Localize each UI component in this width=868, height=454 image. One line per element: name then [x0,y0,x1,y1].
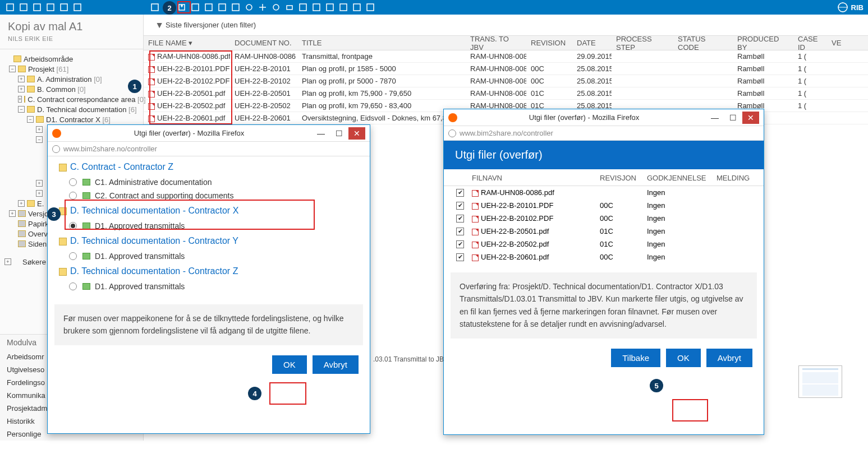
table-row[interactable]: UEH-22-B-20101.PDFUEH-22-B-20101Plan og … [144,63,868,75]
cancel-button[interactable]: Avbryt [706,349,752,367]
expand-icon[interactable]: ▶ [156,22,164,27]
toolbar-publish-icon[interactable] [176,2,187,13]
svg-rect-5 [74,4,81,11]
toolbar-icon[interactable] [311,2,322,13]
toolbar-icon[interactable] [351,2,362,13]
col-processstep[interactable]: PROCESS STEP [612,35,673,52]
toolbar-mid-icons [149,2,376,13]
brand-text: RIB [851,3,864,12]
folder-option[interactable]: C2. Contract and supporting documents [57,189,361,202]
toolbar-icon[interactable] [270,2,282,13]
svg-point-13 [273,4,279,10]
document-thumbnail[interactable] [798,365,842,398]
file-row[interactable]: ✔UEH-22-B-20501.pdf01CIngen [444,225,764,238]
ok-button[interactable]: OK [272,355,307,374]
col-trans[interactable]: TRANS. TO JBV [466,35,526,52]
col-title[interactable]: TITLE [297,39,466,47]
minimize-button[interactable]: — [313,127,329,140]
tree-node[interactable]: −D1. Contractor X [6] [2,114,141,124]
folder-option[interactable]: D1. Approved transmittals [57,280,361,293]
step-badge-3: 3 [47,207,61,221]
close-button[interactable]: ✕ [742,112,759,124]
tree-node[interactable]: −D. Technical documentation [6] [2,104,141,114]
toolbar-icon[interactable] [190,2,201,13]
toolbar-icon[interactable] [257,2,268,13]
file-row[interactable]: ✔UEH-22-B-20101.PDF00CIngen [444,199,764,212]
tree-node[interactable]: +A. Administration [0] [2,74,141,84]
modal-title: Utgi filer (overfør) - Mozilla Firefox [66,129,313,137]
firefox-icon [52,129,61,138]
svg-rect-20 [367,4,374,11]
file-row[interactable]: ✔UEH-22-B-20502.pdf01CIngen [444,238,764,251]
toolbar-icon[interactable] [18,2,29,13]
modal-title: Utgi filer (overfør) - Mozilla Firefox [462,113,706,122]
svg-point-12 [246,4,252,10]
toolbar-icon[interactable] [297,2,309,13]
toolbar-icon[interactable] [217,2,228,13]
step-badge-1: 1 [128,80,141,93]
folder-group[interactable]: D. Technical documentation - Contractor … [57,233,361,249]
col-statuscode[interactable]: STATUS CODE [673,35,733,52]
col-filename[interactable]: FILE NAME ▾ [144,39,230,47]
url-text: www.bim2share.no/controller [63,145,157,153]
col-revision[interactable]: REVISION [526,39,572,47]
toolbar-icon[interactable] [365,2,376,13]
ok-button[interactable]: OK [666,349,701,367]
toolbar-icon[interactable] [58,2,70,13]
col-date[interactable]: DATE [572,39,612,47]
maximize-button[interactable]: ☐ [330,127,347,140]
svg-rect-15 [300,4,306,11]
svg-rect-6 [151,4,158,11]
svg-rect-17 [327,4,333,11]
brand-logo: RIB [838,2,864,12]
toolbar-icon[interactable] [244,2,255,13]
tree-root[interactable]: Arbeidsområde [2,54,141,64]
col-caseid[interactable]: CASE ID [793,35,827,52]
tree-node[interactable]: +B. Common [0] [2,84,141,94]
toolbar-icon[interactable] [72,2,83,13]
globe-icon [52,145,60,153]
col-docno[interactable]: DOCUMENT NO. [230,39,297,47]
maximize-button[interactable]: ☐ [724,112,741,124]
toolbar-icon[interactable] [284,2,295,13]
m2-col-message: MELDING [713,174,752,182]
cancel-button[interactable]: Avbryt [313,355,359,374]
back-button[interactable]: Tilbake [611,349,660,367]
modal-header: Utgi filer (overfør) [444,141,764,169]
close-button[interactable]: ✕ [348,127,365,140]
folder-option[interactable]: C1. Administrative documentation [57,175,361,189]
table-row[interactable]: RAM-UHN08-0086.pdfRAM-UHN08-0086Transmit… [144,50,868,63]
tree-node[interactable]: −Prosjekt [61] [2,64,141,74]
file-row[interactable]: ✔UEH-22-B-20102.PDF00CIngen [444,212,764,225]
toolbar-icon[interactable] [203,2,214,13]
svg-rect-4 [61,4,67,11]
folder-group[interactable]: C. Contract - Contractor Z [57,159,361,175]
col-producedby[interactable]: PRODUCED BY [733,35,793,52]
folder-option[interactable]: D1. Approved transmittals [57,219,361,233]
content-title: Siste filversjoner (uten filter) [166,21,256,29]
m2-col-filename: FILNAVN [469,174,596,182]
svg-rect-0 [7,4,13,11]
toolbar-icon[interactable] [4,2,16,13]
toolbar-icon[interactable] [324,2,336,13]
file-row[interactable]: ✔RAM-UHN08-0086.pdfIngen [444,186,764,199]
tree-node[interactable]: +C. Contract correspondance area [0] [2,94,141,104]
toolbar-icon[interactable] [230,2,241,13]
svg-rect-1 [20,4,27,11]
file-row[interactable]: ✔UEH-22-B-20601.pdf00CIngen [444,251,764,263]
firefox-icon [448,113,457,122]
folder-option[interactable]: D1. Approved transmittals [57,249,361,263]
toolbar-icon[interactable] [338,2,349,13]
folder-group[interactable]: D. Technical documentation - Contractor … [57,263,361,280]
table-row[interactable]: UEH-22-B-20501.pdfUEH-22-B-20501Plan og … [144,87,868,100]
col-ve[interactable]: VE [827,39,838,47]
folder-group[interactable]: D. Technical documentation - Contractor … [57,202,361,219]
svg-rect-18 [340,4,347,11]
toolbar-icon[interactable] [45,2,56,13]
breadcrumb-fragment: .03.01 Transmittal to JB [373,355,444,363]
toolbar-icon[interactable] [31,2,43,13]
table-row[interactable]: UEH-22-B-20102.PDFUEH-22-B-20102Plan og … [144,75,868,87]
toolbar-icon[interactable] [149,2,160,13]
globe-icon [448,129,456,137]
minimize-button[interactable]: — [706,112,723,124]
